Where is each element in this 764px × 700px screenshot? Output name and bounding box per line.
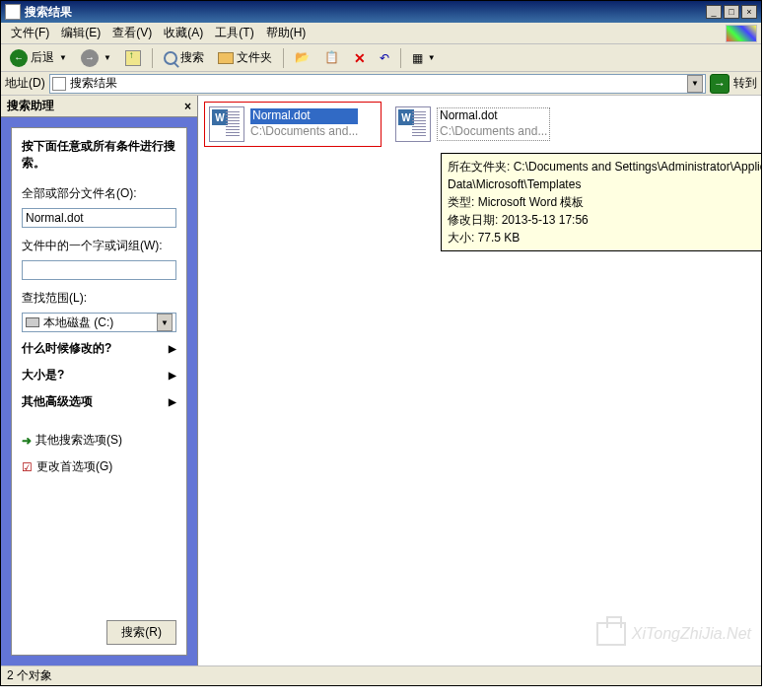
arrow-icon: ➜ xyxy=(22,434,32,448)
menubar: 文件(F) 编辑(E) 查看(V) 收藏(A) 工具(T) 帮助(H) xyxy=(1,23,761,44)
copyto-button[interactable]: 📋 xyxy=(319,47,345,69)
separator xyxy=(152,48,153,68)
search-sidebar: 搜索助理 × 按下面任意或所有条件进行搜索。 全部或部分文件名(O): 文件中的… xyxy=(1,96,198,665)
copyto-icon: 📋 xyxy=(324,50,340,66)
menu-tools[interactable]: 工具(T) xyxy=(209,23,259,43)
lookin-select[interactable]: 本地磁盘 (C:) ▼ xyxy=(22,313,176,332)
minimize-button[interactable]: _ xyxy=(706,5,722,19)
chevron-right-icon: ▶ xyxy=(169,343,176,354)
delete-icon: ✕ xyxy=(354,50,366,66)
content-input[interactable] xyxy=(22,260,176,280)
lookin-value: 本地磁盘 (C:) xyxy=(43,315,113,331)
undo-button[interactable]: ↶ xyxy=(375,47,394,69)
folders-button[interactable]: 文件夹 xyxy=(213,47,277,69)
tooltip-type: 类型: Microsoft Word 模板 xyxy=(448,193,761,211)
change-prefs-label: 更改首选项(G) xyxy=(36,458,112,475)
tooltip-folder: 所在文件夹: C:\Documents and Settings\Adminis… xyxy=(448,158,761,193)
address-label: 地址(D) xyxy=(5,75,45,92)
result-filename: Normal.dot xyxy=(440,108,547,124)
watermark-text: XiTongZhiJia.Net xyxy=(632,625,751,643)
status-text: 2 个对象 xyxy=(7,667,52,684)
tooltip: 所在文件夹: C:\Documents and Settings\Adminis… xyxy=(441,153,761,251)
other-search-link[interactable]: ➜ 其他搜索选项(S) xyxy=(22,430,176,451)
result-path: C:\Documents and... xyxy=(250,124,358,140)
search-submit-button[interactable]: 搜索(R) xyxy=(106,620,176,645)
go-button[interactable]: → xyxy=(710,74,729,94)
separator xyxy=(283,48,284,68)
panel-instructions: 按下面任意或所有条件进行搜索。 xyxy=(22,138,176,172)
windows-logo-icon xyxy=(726,25,757,42)
menu-file[interactable]: 文件(F) xyxy=(5,23,55,43)
dropdown-icon: ▼ xyxy=(59,53,67,62)
maximize-button[interactable]: □ xyxy=(724,5,739,19)
titlebar[interactable]: 搜索结果 _ □ × xyxy=(1,1,761,23)
back-label: 后退 xyxy=(31,49,54,66)
menu-favorites[interactable]: 收藏(A) xyxy=(158,23,209,43)
result-filename: Normal.dot xyxy=(250,108,358,124)
moveto-button[interactable]: 📂 xyxy=(290,47,315,69)
menu-help[interactable]: 帮助(H) xyxy=(260,23,313,43)
watermark-icon xyxy=(596,622,626,646)
word-document-icon xyxy=(209,106,244,142)
up-button[interactable] xyxy=(120,47,146,69)
up-folder-icon xyxy=(125,50,141,66)
back-button[interactable]: ← 后退 ▼ xyxy=(5,47,72,69)
address-input[interactable]: 搜索结果 ▼ xyxy=(49,74,706,94)
moveto-icon: 📂 xyxy=(295,50,311,66)
window-title: 搜索结果 xyxy=(25,4,706,21)
search-panel: 按下面任意或所有条件进行搜索。 全部或部分文件名(O): 文件中的一个字或词组(… xyxy=(11,127,187,656)
advanced-label: 其他高级选项 xyxy=(22,393,93,410)
advanced-row[interactable]: 其他高级选项 ▶ xyxy=(22,391,176,412)
result-item[interactable]: Normal.dot C:\Documents and... xyxy=(204,102,382,147)
views-icon: ▦ xyxy=(412,51,423,65)
result-path: C:\Documents and... xyxy=(440,124,547,140)
content-label: 文件中的一个字或词组(W): xyxy=(22,238,176,254)
checkbox-icon: ☑ xyxy=(22,460,33,474)
change-prefs-link[interactable]: ☑ 更改首选项(G) xyxy=(22,456,176,477)
sidebar-header: 搜索助理 × xyxy=(1,96,197,117)
when-label: 什么时候修改的? xyxy=(22,340,111,357)
sidebar-close-icon[interactable]: × xyxy=(184,100,191,113)
size-label: 大小是? xyxy=(22,367,64,384)
tooltip-size: 大小: 77.5 KB xyxy=(448,229,761,246)
menu-view[interactable]: 查看(V) xyxy=(106,23,158,43)
address-dropdown-icon[interactable]: ▼ xyxy=(687,75,703,93)
search-button[interactable]: 搜索 xyxy=(159,47,209,69)
sidebar-title: 搜索助理 xyxy=(7,98,54,114)
forward-icon: → xyxy=(81,49,99,67)
chevron-right-icon: ▶ xyxy=(169,370,176,381)
delete-button[interactable]: ✕ xyxy=(349,47,371,69)
disk-icon xyxy=(26,317,39,327)
lookin-label: 查找范围(L): xyxy=(22,290,176,307)
menu-edit[interactable]: 编辑(E) xyxy=(55,23,106,43)
watermark: XiTongZhiJia.Net xyxy=(596,622,751,646)
when-modified-row[interactable]: 什么时候修改的? ▶ xyxy=(22,338,176,359)
search-icon xyxy=(164,51,177,65)
tooltip-date: 修改日期: 2013-5-13 17:56 xyxy=(448,211,761,229)
results-pane[interactable]: Normal.dot C:\Documents and... Normal.do… xyxy=(198,96,761,665)
dropdown-icon: ▼ xyxy=(157,314,173,331)
folders-label: 文件夹 xyxy=(237,49,272,66)
filename-input[interactable] xyxy=(22,208,176,228)
size-row[interactable]: 大小是? ▶ xyxy=(22,365,176,385)
addressbar: 地址(D) 搜索结果 ▼ → 转到 xyxy=(1,72,761,96)
close-button[interactable]: × xyxy=(741,5,757,19)
undo-icon: ↶ xyxy=(380,51,389,65)
result-item[interactable]: Normal.dot C:\Documents and... xyxy=(391,102,569,147)
chevron-right-icon: ▶ xyxy=(169,396,176,407)
search-label: 搜索 xyxy=(180,49,204,66)
toolbar: ← 后退 ▼ → ▼ 搜索 文件夹 📂 📋 ✕ ↶ ▦ ▼ xyxy=(1,44,761,72)
dropdown-icon: ▼ xyxy=(428,53,436,62)
window-icon xyxy=(5,4,21,20)
dropdown-icon: ▼ xyxy=(104,53,111,62)
separator xyxy=(400,48,401,68)
address-location-icon xyxy=(52,77,66,91)
folder-icon xyxy=(218,52,234,64)
filename-label: 全部或部分文件名(O): xyxy=(22,185,176,202)
statusbar: 2 个对象 xyxy=(1,665,761,685)
forward-button[interactable]: → ▼ xyxy=(76,47,116,69)
views-button[interactable]: ▦ ▼ xyxy=(407,47,441,69)
word-document-icon xyxy=(395,106,431,142)
address-value: 搜索结果 xyxy=(70,75,117,92)
back-icon: ← xyxy=(10,49,28,67)
